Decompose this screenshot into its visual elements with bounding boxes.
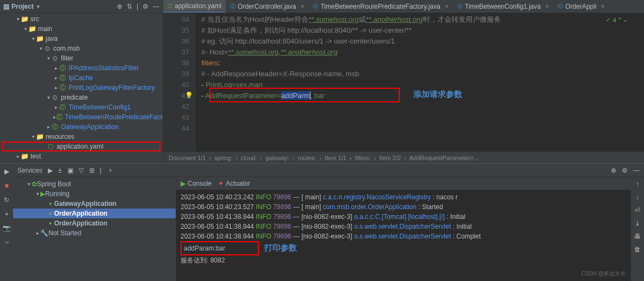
tab-actuator[interactable]: ✦ Actuator bbox=[218, 180, 250, 187]
divider: | bbox=[137, 3, 138, 10]
breadcrumb-item[interactable]: filters: bbox=[355, 155, 370, 161]
console-tabs: ▶ Console ✦ Actuator bbox=[176, 177, 631, 190]
code-content[interactable]: 💡 添加请求参数 # 当且仅当名为Host的Header符合**.somehos… bbox=[196, 13, 644, 151]
console-output[interactable]: 2023-06-05 10:40:23.242 INFO 79896 --- [… bbox=[176, 190, 631, 281]
gutter: 3435363738394041424344 bbox=[163, 13, 196, 151]
up-icon[interactable]: ↑ bbox=[636, 180, 639, 188]
play-icon: ▶ bbox=[181, 180, 185, 187]
group-icon[interactable]: ⊞ bbox=[89, 167, 95, 174]
services-tree-node[interactable]: ▾▶ Running bbox=[13, 189, 176, 199]
hide-icon[interactable]: — bbox=[633, 167, 640, 174]
tree-node[interactable]: ▾📁resources bbox=[0, 132, 163, 142]
breadcrumb-item[interactable]: AddRequestParameter=... bbox=[410, 155, 479, 161]
chevron-down-icon[interactable]: ▾ bbox=[36, 4, 41, 9]
editor-tab[interactable]: ⬡ application.yaml bbox=[163, 0, 226, 13]
tree-node[interactable]: ▾⊙com.msb bbox=[0, 44, 163, 53]
close-icon[interactable]: × bbox=[601, 3, 605, 10]
filter-icon[interactable]: ▽ bbox=[79, 167, 84, 174]
project-header: ▤ Project ▾ ⊕ ⇅ | ⚙ — bbox=[0, 0, 163, 13]
editor-tab[interactable]: Ⓒ OrderAppli × bbox=[553, 0, 609, 13]
services-tree-node[interactable]: ▸🔧 Not Started bbox=[13, 228, 176, 238]
gear-icon[interactable]: ⚙ bbox=[622, 167, 628, 174]
debug-icon[interactable]: ⌖ bbox=[2, 210, 11, 218]
breadcrumb-item[interactable]: gateway: bbox=[265, 155, 289, 161]
layout-icon[interactable]: ▣ bbox=[67, 167, 73, 174]
run-icon[interactable]: ▶ bbox=[2, 167, 11, 176]
target-icon[interactable]: ⊕ bbox=[117, 3, 122, 10]
divider: | bbox=[100, 167, 102, 174]
breadcrumb-item[interactable]: Item 1/1 bbox=[325, 155, 346, 161]
tree-node[interactable]: ▸ⒸIPAddressStatisticsFilter bbox=[0, 63, 163, 73]
project-panel: ▤ Project ▾ ⊕ ⇅ | ⚙ — ▾📁src▾📁main▾📁java▾… bbox=[0, 0, 163, 163]
editor-tab[interactable]: Ⓒ OrderController.java × bbox=[226, 0, 308, 13]
editor-tabs: ⬡ application.yamlⒸ OrderController.java… bbox=[163, 0, 644, 13]
tree-node[interactable]: ▸ⒸPrintLogGatewayFilterFactory bbox=[0, 83, 163, 93]
breadcrumb-item[interactable]: Item 2/2 bbox=[379, 155, 401, 161]
breadcrumb-item[interactable]: Document 1/1 bbox=[169, 155, 206, 161]
scroll-icon[interactable]: ⤓ bbox=[635, 219, 640, 227]
stop-icon[interactable]: ■ bbox=[2, 181, 11, 190]
services-tree-node[interactable]: ▾✿ Spring Boot bbox=[13, 179, 176, 189]
tree-node[interactable]: ▾📁src bbox=[0, 14, 163, 24]
gear-icon[interactable]: ⚙ bbox=[143, 3, 148, 10]
editor-panel: ⬡ application.yamlⒸ OrderController.java… bbox=[163, 0, 644, 163]
editor-tab[interactable]: Ⓒ TimeBetweenConfig1.java × bbox=[453, 0, 554, 13]
hide-icon[interactable]: — bbox=[153, 3, 159, 10]
tree-node[interactable]: ⬡application.yaml bbox=[2, 142, 160, 151]
project-tree[interactable]: ▾📁src▾📁main▾📁java▾⊙com.msb▾⊙filter▸ⒸIPAd… bbox=[0, 13, 163, 163]
services-tree-node[interactable]: ●GatewayApplication bbox=[13, 199, 176, 209]
services-tree[interactable]: ▾✿ Spring Boot▾▶ Running●GatewayApplicat… bbox=[13, 177, 176, 281]
tree-node[interactable]: ▸ⒸIpCache bbox=[0, 73, 163, 83]
tree-node[interactable]: ▾⊙filter bbox=[0, 53, 163, 63]
services-title: Services bbox=[17, 167, 42, 174]
tree-node[interactable]: ▾📁java bbox=[0, 34, 163, 44]
inspection-widget[interactable]: ✓ 4 ^ ⌄ bbox=[606, 16, 628, 23]
tree-node[interactable]: ▸📁test bbox=[0, 151, 163, 161]
close-icon[interactable]: × bbox=[545, 3, 549, 10]
settings-icon[interactable]: ⎃ bbox=[2, 238, 11, 247]
actuator-icon: ✦ bbox=[218, 180, 224, 187]
highlight-box-1 bbox=[209, 88, 400, 102]
folder-icon: ▤ bbox=[3, 3, 9, 10]
print-icon[interactable]: 🖶 bbox=[634, 233, 641, 240]
tree-icon[interactable]: ± bbox=[58, 167, 62, 174]
console-right-toolstrip: ↑ ↓ ⏎ ⤓ 🖶 🗑 bbox=[631, 177, 644, 281]
services-tree-node[interactable]: ●OrderApplication bbox=[13, 209, 176, 218]
project-title: Project bbox=[11, 3, 34, 10]
tree-node[interactable]: ▾⊙predicate bbox=[0, 93, 163, 102]
editor-tab[interactable]: Ⓒ TimeBetweenRoutePredicateFactory.java … bbox=[308, 0, 453, 13]
clear-icon[interactable]: 🗑 bbox=[634, 246, 641, 253]
code-area[interactable]: 3435363738394041424344 💡 添加请求参数 # 当且仅当名为… bbox=[163, 13, 644, 151]
breadcrumb[interactable]: Document 1/1›spring:›cloud:›gateway:›rou… bbox=[163, 151, 644, 163]
target-icon[interactable]: ⊕ bbox=[611, 167, 616, 174]
plus-icon[interactable]: ＋ bbox=[107, 166, 114, 175]
tree-node[interactable]: ▾📁main bbox=[0, 24, 163, 34]
annotation-add-param: 添加请求参数 bbox=[413, 89, 462, 100]
tree-node[interactable]: ▸ⒸGatewayApplication bbox=[0, 122, 163, 132]
tree-node[interactable]: ▸ⒸTimeBetweenConfig1 bbox=[0, 102, 163, 112]
camera-icon[interactable]: 📷 bbox=[2, 224, 11, 233]
expand-icon[interactable]: ⇅ bbox=[127, 3, 132, 10]
breadcrumb-item[interactable]: routes: bbox=[298, 155, 317, 161]
tree-node[interactable]: ▸ⒸTimeBetweenRoutePredicateFactory bbox=[0, 112, 163, 122]
wrap-icon[interactable]: ⏎ bbox=[635, 206, 640, 214]
restart-icon[interactable]: ↻ bbox=[2, 196, 11, 204]
services-panel: ▶ ■ ↻ ⌖ 📷 ⎃ Services ▶ ± ▣ ▽ ⊞ | ＋ ⊕ ⚙ — bbox=[0, 163, 644, 281]
services-tree-node[interactable]: ●OrderApplication bbox=[13, 218, 176, 228]
breadcrumb-item[interactable]: spring: bbox=[214, 155, 232, 161]
intention-bulb-icon[interactable]: 💡 bbox=[185, 90, 193, 101]
close-icon[interactable]: × bbox=[300, 3, 304, 10]
services-left-toolstrip: ▶ ■ ↻ ⌖ 📷 ⎃ bbox=[0, 164, 13, 281]
down-icon[interactable]: ↓ bbox=[636, 193, 639, 201]
services-header: Services ▶ ± ▣ ▽ ⊞ | ＋ ⊕ ⚙ — bbox=[13, 164, 644, 177]
breadcrumb-item[interactable]: cloud: bbox=[241, 155, 257, 161]
close-icon[interactable]: × bbox=[445, 3, 449, 10]
tab-console[interactable]: ▶ Console bbox=[181, 180, 212, 187]
add-icon[interactable]: ▶ bbox=[48, 167, 53, 174]
